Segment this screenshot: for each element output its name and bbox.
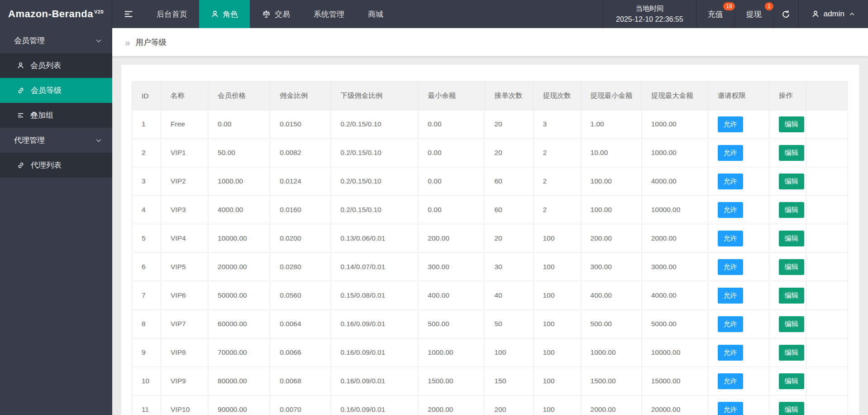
edit-button[interactable]: 编辑 bbox=[779, 345, 804, 361]
cell-min-balance: 0.00 bbox=[418, 196, 485, 224]
cell-member-price: 60000.00 bbox=[208, 310, 270, 338]
cell-member-price: 80000.00 bbox=[208, 367, 270, 396]
sidebar-item-stack-group[interactable]: 叠加组 bbox=[0, 103, 112, 128]
cell-member-price: 90000.00 bbox=[208, 396, 270, 415]
chevron-down-icon bbox=[95, 37, 102, 44]
column-header: 名称 bbox=[161, 82, 208, 110]
cell-min-balance: 300.00 bbox=[418, 253, 485, 281]
cell-withdraw-max: 20000.00 bbox=[641, 396, 708, 415]
breadcrumb: » 用户等级 bbox=[112, 28, 868, 56]
table-row: 2VIP150.000.00820.2/0.15/0.100.0020210.0… bbox=[132, 139, 848, 167]
edit-button[interactable]: 编辑 bbox=[779, 288, 804, 304]
cell-invite-permission: 允许 bbox=[708, 224, 769, 253]
allow-button[interactable]: 允许 bbox=[718, 202, 743, 218]
edit-button[interactable]: 编辑 bbox=[779, 316, 804, 332]
cell-id: 7 bbox=[132, 281, 161, 310]
cell-id: 8 bbox=[132, 310, 161, 338]
cell-commission-rate: 0.0124 bbox=[270, 167, 331, 196]
column-header: 邀请权限 bbox=[708, 82, 769, 110]
recharge-button[interactable]: 充值 18 bbox=[696, 0, 735, 28]
cell-member-price: 10000.00 bbox=[208, 224, 270, 253]
allow-button[interactable]: 允许 bbox=[718, 174, 743, 189]
nav-item-roles[interactable]: 角色 bbox=[199, 0, 250, 28]
edit-button[interactable]: 编辑 bbox=[779, 174, 804, 189]
table-row: 3VIP21000.000.01240.2/0.15/0.100.0060210… bbox=[132, 167, 848, 196]
sidebar-item-member-level[interactable]: 会员等级 bbox=[0, 78, 112, 103]
cell-withdraw-max: 10000.00 bbox=[641, 338, 708, 367]
cell-name: VIP5 bbox=[161, 253, 208, 281]
cell-empty bbox=[806, 167, 847, 196]
cell-id: 6 bbox=[132, 253, 161, 281]
table-row: 6VIP520000.000.02800.14/0.07/0.01300.003… bbox=[132, 253, 848, 281]
cell-empty bbox=[806, 281, 847, 310]
cell-sub-commission-rate: 0.16/0.09/0.01 bbox=[331, 396, 418, 415]
sidebar-item-member-list[interactable]: 会员列表 bbox=[0, 53, 112, 78]
item-label: 会员等级 bbox=[31, 85, 62, 96]
nav-label: 商城 bbox=[368, 9, 383, 19]
menu-collapse-button[interactable] bbox=[112, 0, 145, 28]
cell-withdraw-max: 1000.00 bbox=[641, 139, 708, 167]
cell-member-price: 4000.00 bbox=[208, 196, 270, 224]
table-row: 8VIP760000.000.00640.16/0.09/0.01500.005… bbox=[132, 310, 848, 338]
cell-withdraw-count: 100 bbox=[533, 338, 581, 367]
allow-button[interactable]: 允许 bbox=[718, 402, 743, 415]
sidebar-group-agent-management[interactable]: 代理管理 bbox=[0, 128, 112, 153]
refresh-button[interactable] bbox=[773, 0, 799, 28]
chevron-up-icon bbox=[849, 11, 855, 18]
cell-invite-permission: 允许 bbox=[708, 139, 769, 167]
allow-button[interactable]: 允许 bbox=[718, 116, 743, 132]
allow-button[interactable]: 允许 bbox=[718, 345, 743, 361]
cell-actions: 编辑 bbox=[769, 167, 806, 196]
column-header-empty bbox=[806, 82, 847, 110]
cell-actions: 编辑 bbox=[769, 196, 806, 224]
cell-id: 3 bbox=[132, 167, 161, 196]
cell-withdraw-max: 4000.00 bbox=[641, 281, 708, 310]
cell-order-count: 20 bbox=[485, 224, 533, 253]
edit-button[interactable]: 编辑 bbox=[779, 231, 804, 246]
user-menu[interactable]: admin bbox=[799, 0, 868, 28]
edit-button[interactable]: 编辑 bbox=[779, 259, 804, 275]
column-header: 提现最小金额 bbox=[581, 82, 641, 110]
allow-button[interactable]: 允许 bbox=[718, 288, 743, 304]
withdraw-button[interactable]: 提现 1 bbox=[735, 0, 773, 28]
edit-button[interactable]: 编辑 bbox=[779, 145, 804, 161]
person-icon bbox=[17, 62, 24, 69]
sidebar-group-member-management[interactable]: 会员管理 bbox=[0, 28, 112, 53]
allow-button[interactable]: 允许 bbox=[718, 145, 743, 161]
cell-actions: 编辑 bbox=[769, 281, 806, 310]
cell-empty bbox=[806, 396, 847, 415]
cell-order-count: 20 bbox=[485, 110, 533, 139]
cell-withdraw-min: 1.00 bbox=[581, 110, 641, 139]
nav-item-trade[interactable]: 交易 bbox=[250, 0, 302, 28]
allow-button[interactable]: 允许 bbox=[718, 316, 743, 332]
edit-button[interactable]: 编辑 bbox=[779, 373, 804, 389]
cell-min-balance: 400.00 bbox=[418, 281, 485, 310]
username: admin bbox=[824, 10, 844, 19]
nav-item-dashboard[interactable]: 后台首页 bbox=[145, 0, 199, 28]
column-header: 最小余额 bbox=[418, 82, 485, 110]
cell-withdraw-min: 100.00 bbox=[581, 196, 641, 224]
edit-button[interactable]: 编辑 bbox=[779, 402, 804, 415]
edit-button[interactable]: 编辑 bbox=[779, 116, 804, 132]
cell-withdraw-min: 100.00 bbox=[581, 167, 641, 196]
sidebar-item-agent-list[interactable]: 代理列表 bbox=[0, 153, 112, 178]
cell-withdraw-count: 100 bbox=[533, 310, 581, 338]
cell-withdraw-count: 2 bbox=[533, 196, 581, 224]
nav-item-shop[interactable]: 商城 bbox=[356, 0, 395, 28]
cell-sub-commission-rate: 0.14/0.07/0.01 bbox=[331, 253, 418, 281]
allow-button[interactable]: 允许 bbox=[718, 259, 743, 275]
edit-button[interactable]: 编辑 bbox=[779, 202, 804, 218]
allow-button[interactable]: 允许 bbox=[718, 231, 743, 246]
cell-id: 11 bbox=[132, 396, 161, 415]
allow-button[interactable]: 允许 bbox=[718, 373, 743, 389]
cell-sub-commission-rate: 0.2/0.15/0.10 bbox=[331, 110, 418, 139]
cell-withdraw-max: 4000.00 bbox=[641, 167, 708, 196]
column-header: 接单次数 bbox=[485, 82, 533, 110]
cell-member-price: 50000.00 bbox=[208, 281, 270, 310]
cell-commission-rate: 0.0280 bbox=[270, 253, 331, 281]
table-row: 1Free0.000.01500.2/0.15/0.100.002031.001… bbox=[132, 110, 848, 139]
cell-member-price: 1000.00 bbox=[208, 167, 270, 196]
cell-actions: 编辑 bbox=[769, 367, 806, 396]
table-row: 5VIP410000.000.02000.13/0.06/0.01200.002… bbox=[132, 224, 848, 253]
nav-item-system[interactable]: 系统管理 bbox=[302, 0, 356, 28]
